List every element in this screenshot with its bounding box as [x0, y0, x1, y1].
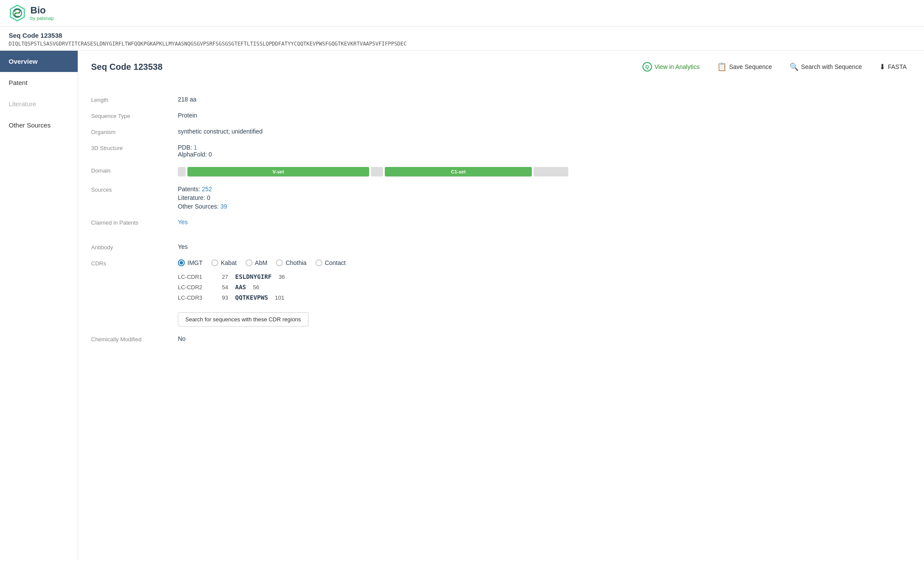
length-row: Length 218 aa: [91, 91, 911, 108]
kabat-label: Kabat: [221, 259, 237, 266]
fasta-button[interactable]: ⬇ FASTA: [875, 60, 911, 74]
sequence-type-row: Sequence Type Protein: [91, 108, 911, 124]
save-icon: 📋: [717, 62, 727, 72]
cdrs-label: CDRs: [91, 259, 178, 267]
sidebar-item-overview[interactable]: Overview: [0, 51, 78, 72]
search-with-sequence-button[interactable]: 🔍 Search with Sequence: [785, 60, 866, 74]
antibody-row: Antibody Yes: [91, 239, 911, 255]
domain-vset-segment: V-set: [187, 167, 369, 176]
analytics-icon: Q: [642, 62, 652, 72]
chothia-label: Chothia: [285, 259, 306, 266]
claimed-yes-link[interactable]: Yes: [178, 219, 188, 225]
claimed-label: Claimed in Patents: [91, 219, 178, 226]
alphafold-line: AlphaFold: 0: [178, 151, 911, 158]
chemically-modified-label: Chemically Modified: [91, 335, 178, 343]
alphafold-value: 0: [209, 151, 212, 158]
cdr-option-imgt[interactable]: IMGT: [178, 259, 203, 266]
claimed-row: Claimed in Patents Yes: [91, 214, 911, 230]
sequence-type-value: Protein: [178, 112, 911, 119]
download-icon: ⬇: [879, 62, 885, 72]
claimed-value: Yes: [178, 219, 911, 225]
imgt-label: IMGT: [187, 259, 203, 266]
abm-radio-circle[interactable]: [246, 259, 252, 266]
logo-icon: [9, 4, 26, 22]
lc-cdr1-end: 36: [279, 274, 292, 280]
view-analytics-button[interactable]: Q View in Analytics: [638, 59, 704, 74]
logo-text: Bio by patsnap: [30, 5, 54, 21]
info-table: Length 218 aa Sequence Type Protein Orga…: [91, 91, 911, 347]
pdb-link[interactable]: 1: [194, 144, 197, 151]
domain-bar: V-set C1-set: [178, 167, 568, 177]
logo-area: Bio by patsnap: [9, 4, 54, 22]
content-header: Seq Code 123538 Q View in Analytics 📋 Sa…: [91, 59, 911, 81]
contact-radio-circle[interactable]: [315, 259, 322, 266]
domain-gap-segment: [371, 167, 383, 176]
domain-right-cap: [534, 167, 568, 176]
sidebar-item-literature: Literature: [0, 93, 78, 114]
lc-cdr2-end: 56: [253, 284, 266, 291]
cdr-option-abm[interactable]: AbM: [246, 259, 268, 266]
domain-row: Domain V-set C1-set: [91, 162, 911, 181]
length-label: Length: [91, 96, 178, 103]
lc-cdr1-start: 27: [215, 274, 228, 280]
sidebar-item-other-sources[interactable]: Other Sources: [0, 114, 78, 136]
alphafold-label: AlphaFold:: [178, 151, 207, 158]
content-area: Seq Code 123538 Q View in Analytics 📋 Sa…: [78, 51, 924, 561]
content-actions: Q View in Analytics 📋 Save Sequence 🔍 Se…: [638, 59, 911, 74]
pdb-label: PDB:: [178, 144, 192, 151]
chothia-radio-circle[interactable]: [276, 259, 283, 266]
3d-structure-value: PDB: 1 AlphaFold: 0: [178, 144, 911, 158]
cdrs-value: IMGT Kabat AbM Chothia: [178, 259, 911, 327]
cdr-row-lc-cdr1: LC-CDR1 27 ESLDNYGIRF 36: [178, 271, 911, 282]
search-cdr-button[interactable]: Search for sequences with these CDR regi…: [178, 312, 308, 327]
cdrs-row: CDRs IMGT Kabat: [91, 255, 911, 331]
cdr-radios: IMGT Kabat AbM Chothia: [178, 259, 911, 266]
3d-structure-label: 3D Structure: [91, 144, 178, 151]
domain-value: V-set C1-set: [178, 167, 911, 177]
imgt-radio-circle[interactable]: [178, 259, 185, 266]
kabat-radio-circle[interactable]: [211, 259, 218, 266]
save-sequence-label: Save Sequence: [729, 63, 772, 70]
literature-line: Literature: 0: [178, 194, 911, 201]
patents-link[interactable]: 252: [202, 186, 212, 193]
3d-structure-row: 3D Structure PDB: 1 AlphaFold: 0: [91, 140, 911, 162]
cdr-option-kabat[interactable]: Kabat: [211, 259, 237, 266]
patents-line: Patents: 252: [178, 186, 911, 193]
organism-value: synthetic construct; unidentified: [178, 128, 911, 135]
chemically-modified-row: Chemically Modified No: [91, 331, 911, 347]
sources-label: Sources: [91, 186, 178, 193]
sources-block: Patents: 252 Literature: 0 Other Sources…: [178, 186, 911, 210]
sidebar: Overview Patent Literature Other Sources: [0, 51, 78, 561]
pdb-line: PDB: 1: [178, 144, 911, 151]
antibody-label: Antibody: [91, 243, 178, 251]
domain-c1set-segment: C1-set: [385, 167, 532, 176]
cdr-option-chothia[interactable]: Chothia: [276, 259, 306, 266]
domain-left-cap: [178, 167, 186, 176]
lc-cdr1-seq: ESLDNYGIRF: [235, 273, 272, 280]
lc-cdr1-name: LC-CDR1: [178, 274, 208, 280]
cdr-option-contact[interactable]: Contact: [315, 259, 346, 266]
lc-cdr2-start: 54: [215, 284, 228, 291]
sources-row: Sources Patents: 252 Literature: 0 Other…: [91, 181, 911, 214]
other-sources-link[interactable]: 39: [220, 203, 227, 210]
logo-bio-label: Bio: [30, 5, 54, 16]
sidebar-item-patent[interactable]: Patent: [0, 72, 78, 93]
lc-cdr3-seq: QQTKEVPWS: [235, 294, 268, 301]
lc-cdr2-seq: AAS: [235, 284, 246, 291]
other-sources-src-label: Other Sources:: [178, 203, 219, 210]
search-cdr-label: Search for sequences with these CDR regi…: [185, 316, 301, 323]
main-layout: Overview Patent Literature Other Sources…: [0, 51, 924, 561]
lc-cdr3-end: 101: [275, 294, 288, 301]
sequence-type-label: Sequence Type: [91, 112, 178, 119]
organism-label: Organism: [91, 128, 178, 135]
length-value: 218 aa: [178, 96, 911, 103]
literature-src-value: 0: [207, 194, 210, 201]
top-nav: Bio by patsnap: [0, 0, 924, 26]
other-sources-line: Other Sources: 39: [178, 203, 911, 210]
seq-header-sequence: DIQLTQSPSTLSASVGDRVTITCRASESLDNYGIRFLTWF…: [9, 41, 915, 47]
search-icon: 🔍: [790, 62, 799, 72]
save-sequence-button[interactable]: 📋 Save Sequence: [713, 59, 777, 74]
seq-header: Seq Code 123538 DIQLTQSPSTLSASVGDRVTITCR…: [0, 26, 924, 51]
literature-src-label: Literature:: [178, 194, 205, 201]
logo-bypatsnap-label: by patsnap: [30, 16, 54, 21]
